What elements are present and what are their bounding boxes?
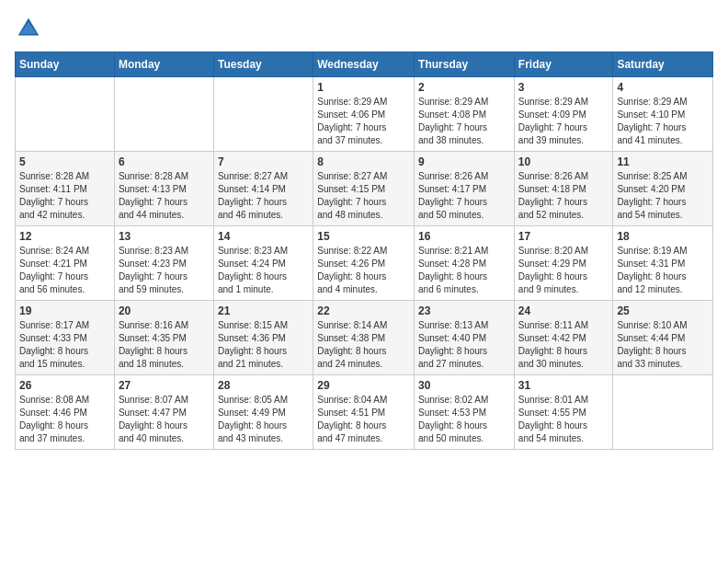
day-header-monday: Monday <box>114 52 213 77</box>
day-info: Sunrise: 8:27 AM Sunset: 4:15 PM Dayligh… <box>317 170 410 222</box>
day-number: 13 <box>119 230 210 243</box>
calendar-cell: 25Sunrise: 8:10 AM Sunset: 4:44 PM Dayli… <box>613 301 713 375</box>
day-info: Sunrise: 8:10 AM Sunset: 4:44 PM Dayligh… <box>617 319 709 371</box>
day-info: Sunrise: 8:29 AM Sunset: 4:09 PM Dayligh… <box>518 96 609 147</box>
day-number: 7 <box>218 155 309 168</box>
day-info: Sunrise: 8:22 AM Sunset: 4:26 PM Dayligh… <box>317 245 410 296</box>
calendar-cell: 19Sunrise: 8:17 AM Sunset: 4:33 PM Dayli… <box>16 301 115 375</box>
day-number: 15 <box>317 230 410 243</box>
day-header-saturday: Saturday <box>613 52 713 77</box>
logo <box>15 15 46 42</box>
calendar-cell: 11Sunrise: 8:25 AM Sunset: 4:20 PM Dayli… <box>613 152 713 226</box>
calendar-cell: 9Sunrise: 8:26 AM Sunset: 4:17 PM Daylig… <box>415 152 515 226</box>
day-number: 27 <box>119 379 210 392</box>
week-row-2: 5Sunrise: 8:28 AM Sunset: 4:11 PM Daylig… <box>16 152 713 226</box>
day-number: 28 <box>218 379 309 392</box>
calendar-cell: 15Sunrise: 8:22 AM Sunset: 4:26 PM Dayli… <box>313 226 415 301</box>
day-info: Sunrise: 8:15 AM Sunset: 4:36 PM Dayligh… <box>218 319 309 371</box>
week-row-4: 19Sunrise: 8:17 AM Sunset: 4:33 PM Dayli… <box>16 301 713 375</box>
day-info: Sunrise: 8:17 AM Sunset: 4:33 PM Dayligh… <box>19 319 110 371</box>
calendar-cell: 3Sunrise: 8:29 AM Sunset: 4:09 PM Daylig… <box>514 77 613 152</box>
day-header-sunday: Sunday <box>16 52 115 77</box>
day-number: 3 <box>518 81 609 94</box>
day-number: 20 <box>119 304 210 317</box>
day-number: 18 <box>617 230 709 243</box>
calendar-cell: 26Sunrise: 8:08 AM Sunset: 4:46 PM Dayli… <box>16 375 115 450</box>
calendar-cell: 16Sunrise: 8:21 AM Sunset: 4:28 PM Dayli… <box>415 226 515 301</box>
calendar-cell: 28Sunrise: 8:05 AM Sunset: 4:49 PM Dayli… <box>213 375 313 450</box>
calendar-cell: 18Sunrise: 8:19 AM Sunset: 4:31 PM Dayli… <box>613 226 713 301</box>
day-number: 24 <box>518 304 609 317</box>
calendar-cell <box>613 375 713 450</box>
day-number: 22 <box>317 304 410 317</box>
day-info: Sunrise: 8:16 AM Sunset: 4:35 PM Dayligh… <box>119 319 210 371</box>
calendar-cell: 13Sunrise: 8:23 AM Sunset: 4:23 PM Dayli… <box>114 226 213 301</box>
day-header-wednesday: Wednesday <box>313 52 415 77</box>
calendar-cell: 24Sunrise: 8:11 AM Sunset: 4:42 PM Dayli… <box>514 301 613 375</box>
calendar-cell: 21Sunrise: 8:15 AM Sunset: 4:36 PM Dayli… <box>213 301 313 375</box>
day-number: 10 <box>518 155 609 168</box>
calendar-cell <box>213 77 313 152</box>
day-number: 9 <box>418 155 510 168</box>
day-info: Sunrise: 8:20 AM Sunset: 4:29 PM Dayligh… <box>518 245 609 296</box>
header-row: SundayMondayTuesdayWednesdayThursdayFrid… <box>16 52 713 77</box>
day-info: Sunrise: 8:04 AM Sunset: 4:51 PM Dayligh… <box>317 394 410 445</box>
calendar-cell: 31Sunrise: 8:01 AM Sunset: 4:55 PM Dayli… <box>514 375 613 450</box>
day-header-friday: Friday <box>514 52 613 77</box>
day-info: Sunrise: 8:29 AM Sunset: 4:10 PM Dayligh… <box>617 96 709 147</box>
day-info: Sunrise: 8:29 AM Sunset: 4:08 PM Dayligh… <box>418 96 510 147</box>
day-number: 11 <box>617 155 709 168</box>
calendar-cell: 10Sunrise: 8:26 AM Sunset: 4:18 PM Dayli… <box>514 152 613 226</box>
day-info: Sunrise: 8:26 AM Sunset: 4:17 PM Dayligh… <box>418 170 510 222</box>
calendar-cell: 14Sunrise: 8:23 AM Sunset: 4:24 PM Dayli… <box>213 226 313 301</box>
day-info: Sunrise: 8:28 AM Sunset: 4:13 PM Dayligh… <box>119 170 210 222</box>
day-number: 6 <box>119 155 210 168</box>
calendar-cell <box>16 77 115 152</box>
calendar-cell: 1Sunrise: 8:29 AM Sunset: 4:06 PM Daylig… <box>313 77 415 152</box>
day-info: Sunrise: 8:23 AM Sunset: 4:23 PM Dayligh… <box>119 245 210 296</box>
day-number: 29 <box>317 379 410 392</box>
day-info: Sunrise: 8:11 AM Sunset: 4:42 PM Dayligh… <box>518 319 609 371</box>
day-info: Sunrise: 8:08 AM Sunset: 4:46 PM Dayligh… <box>19 394 110 445</box>
calendar-cell: 6Sunrise: 8:28 AM Sunset: 4:13 PM Daylig… <box>114 152 213 226</box>
calendar-cell: 27Sunrise: 8:07 AM Sunset: 4:47 PM Dayli… <box>114 375 213 450</box>
day-info: Sunrise: 8:27 AM Sunset: 4:14 PM Dayligh… <box>218 170 309 222</box>
day-info: Sunrise: 8:26 AM Sunset: 4:18 PM Dayligh… <box>518 170 609 222</box>
page: SundayMondayTuesdayWednesdayThursdayFrid… <box>0 0 728 563</box>
calendar: SundayMondayTuesdayWednesdayThursdayFrid… <box>15 52 713 450</box>
calendar-cell: 22Sunrise: 8:14 AM Sunset: 4:38 PM Dayli… <box>313 301 415 375</box>
day-number: 8 <box>317 155 410 168</box>
day-number: 5 <box>19 155 110 168</box>
day-info: Sunrise: 8:14 AM Sunset: 4:38 PM Dayligh… <box>317 319 410 371</box>
day-number: 19 <box>19 304 110 317</box>
day-number: 30 <box>418 379 510 392</box>
day-header-thursday: Thursday <box>415 52 515 77</box>
header <box>15 15 713 42</box>
calendar-cell: 29Sunrise: 8:04 AM Sunset: 4:51 PM Dayli… <box>313 375 415 450</box>
day-number: 25 <box>617 304 709 317</box>
day-info: Sunrise: 8:29 AM Sunset: 4:06 PM Dayligh… <box>317 96 410 147</box>
day-info: Sunrise: 8:13 AM Sunset: 4:40 PM Dayligh… <box>418 319 510 371</box>
day-info: Sunrise: 8:19 AM Sunset: 4:31 PM Dayligh… <box>617 245 709 296</box>
day-number: 1 <box>317 81 410 94</box>
day-info: Sunrise: 8:02 AM Sunset: 4:53 PM Dayligh… <box>418 394 510 445</box>
calendar-cell: 2Sunrise: 8:29 AM Sunset: 4:08 PM Daylig… <box>415 77 515 152</box>
calendar-cell: 12Sunrise: 8:24 AM Sunset: 4:21 PM Dayli… <box>16 226 115 301</box>
day-info: Sunrise: 8:01 AM Sunset: 4:55 PM Dayligh… <box>518 394 609 445</box>
day-info: Sunrise: 8:07 AM Sunset: 4:47 PM Dayligh… <box>119 394 210 445</box>
day-number: 4 <box>617 81 709 94</box>
day-info: Sunrise: 8:25 AM Sunset: 4:20 PM Dayligh… <box>617 170 709 222</box>
day-number: 26 <box>19 379 110 392</box>
week-row-1: 1Sunrise: 8:29 AM Sunset: 4:06 PM Daylig… <box>16 77 713 152</box>
day-number: 23 <box>418 304 510 317</box>
day-info: Sunrise: 8:05 AM Sunset: 4:49 PM Dayligh… <box>218 394 309 445</box>
calendar-cell: 30Sunrise: 8:02 AM Sunset: 4:53 PM Dayli… <box>415 375 515 450</box>
day-number: 14 <box>218 230 309 243</box>
calendar-cell: 7Sunrise: 8:27 AM Sunset: 4:14 PM Daylig… <box>213 152 313 226</box>
calendar-cell: 5Sunrise: 8:28 AM Sunset: 4:11 PM Daylig… <box>16 152 115 226</box>
logo-icon <box>15 15 42 42</box>
day-info: Sunrise: 8:28 AM Sunset: 4:11 PM Dayligh… <box>19 170 110 222</box>
calendar-cell: 23Sunrise: 8:13 AM Sunset: 4:40 PM Dayli… <box>415 301 515 375</box>
calendar-cell: 8Sunrise: 8:27 AM Sunset: 4:15 PM Daylig… <box>313 152 415 226</box>
day-number: 2 <box>418 81 510 94</box>
